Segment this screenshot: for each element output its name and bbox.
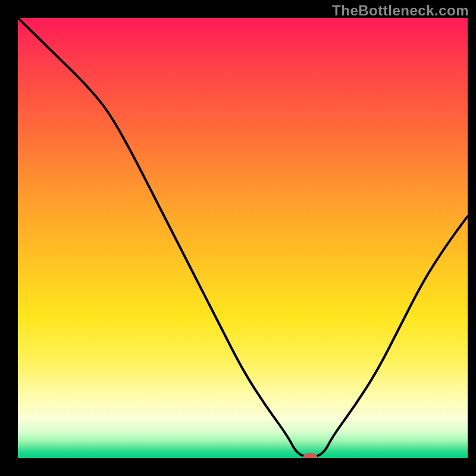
watermark-label: TheBottleneck.com [332, 2, 469, 19]
plot-area [18, 18, 468, 458]
bottleneck-curve-svg [18, 18, 468, 458]
minimum-marker [303, 453, 317, 458]
chart-frame: TheBottleneck.com [0, 0, 476, 476]
bottleneck-curve [18, 18, 468, 457]
